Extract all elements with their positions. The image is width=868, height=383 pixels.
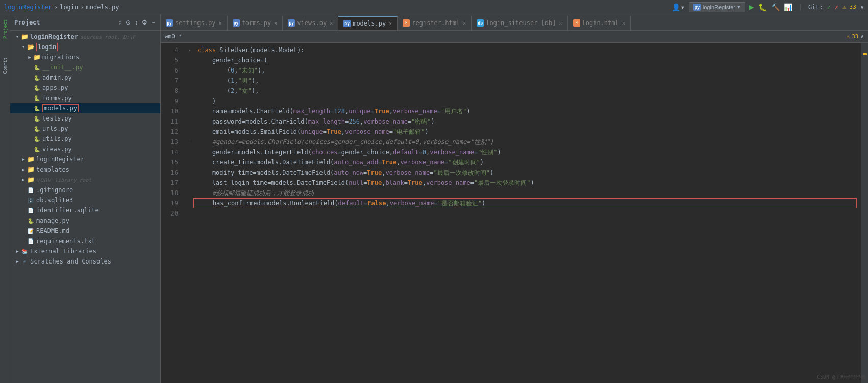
fold-empty-17 [186, 178, 193, 188]
git-x-icon[interactable]: ✗ [835, 4, 838, 11]
close-db-icon[interactable]: × [559, 20, 562, 26]
git-check-icon[interactable]: ✓ [827, 4, 831, 11]
tab-label-db: login_siteuser [db] [486, 19, 556, 27]
editor-scrollbar[interactable] [861, 43, 868, 383]
code-line-16: modify_time=models.DateTimeField(auto_no… [193, 167, 861, 178]
tab-label-forms: forms.py [242, 19, 271, 27]
build-button[interactable]: 🔨 [771, 3, 780, 11]
editor-wrapper: 4 5 6 7 8 9 10 11 12 13 14 15 16 17 18 1… [161, 43, 868, 383]
warning-bar: ⚠ 33 ∧ [847, 33, 864, 40]
close-forms-icon[interactable]: × [274, 20, 277, 26]
expand-icon: ∧ [860, 4, 864, 11]
tree-item-external-libs[interactable]: ▶ 📚 External Libraries [10, 246, 160, 256]
chevron-down-icon: ▾ [737, 4, 740, 10]
linenum-18: 18 [161, 188, 182, 198]
tab-login[interactable]: H login.html × [568, 16, 631, 30]
line-numbers: 4 5 6 7 8 9 10 11 12 13 14 15 16 17 18 1… [161, 43, 186, 383]
close-panel-button[interactable]: − [151, 18, 156, 27]
tree-item-loginregister-sub[interactable]: ▶ 📁 loginRegister [10, 154, 160, 164]
tree-item-models[interactable]: 🐍 models.py [10, 103, 160, 113]
tree-label-admin: admin.py [42, 74, 72, 81]
tree-item-urls[interactable]: 🐍 urls.py [10, 124, 160, 134]
tree-label-migrations: migrations [42, 54, 79, 61]
tree-item-root[interactable]: ▾ 📁 loginRegister sources root, D:\F [10, 32, 160, 42]
tab-label-models: models.py [353, 20, 386, 27]
tab-icon-settings: py [166, 19, 173, 27]
collapse-button[interactable]: ↨ [134, 18, 139, 27]
tab-icon-forms: py [233, 19, 240, 27]
tree-item-identifier[interactable]: 📄 identifier.sqlite [10, 205, 160, 216]
tree-label-root: loginRegister [30, 33, 78, 40]
code-line-13: #gender=models.CharField(choices=gender_… [193, 137, 861, 147]
tab-db[interactable]: db login_siteuser [db] × [472, 16, 567, 30]
settings-button[interactable]: ⚙ [141, 18, 148, 27]
tree-item-apps[interactable]: 🐍 apps.py [10, 83, 160, 93]
sync-button[interactable]: ↕ [117, 18, 122, 27]
breadcrumb-text: wm0 * [165, 33, 182, 40]
close-views-icon[interactable]: × [330, 20, 333, 26]
tree-item-utils[interactable]: 🐍 utils.py [10, 134, 160, 144]
txt-icon-requirements: 📄 [27, 237, 35, 245]
tree-arrow-venv: ▶ [20, 177, 27, 182]
tree-item-gitignore[interactable]: 📄 .gitignore [10, 185, 160, 195]
tab-label-views: views.py [297, 19, 327, 27]
tree-item-manage[interactable]: 🐍 manage.py [10, 216, 160, 226]
run-button[interactable]: ▶ [749, 2, 754, 12]
tree-item-dbsqlite[interactable]: 🗄️ db.sqlite3 [10, 195, 160, 205]
sidebar-icon-project[interactable]: Project [2, 16, 9, 42]
close-settings-icon[interactable]: × [218, 20, 221, 26]
folder-icon-venv: 📁 [27, 176, 35, 184]
fold-empty-15 [186, 157, 193, 167]
title-bar: loginRegister › login › models.py 👤▾ py … [0, 0, 868, 14]
tree-item-venv[interactable]: ▶ 📁 venv library root [10, 175, 160, 185]
config-name: loginRegister [703, 4, 735, 10]
tree-item-scratches[interactable]: ▶ ⚡ Scratches and Consoles [10, 256, 160, 267]
code-line-10: name=models.CharField(max_length=128,uni… [193, 106, 861, 116]
code-editor[interactable]: class SiteUser(models.Model): gender_cho… [193, 43, 861, 383]
tab-register[interactable]: H register.html × [398, 16, 472, 30]
title-project: loginRegister [4, 4, 52, 11]
locate-button[interactable]: ⊙ [125, 18, 132, 27]
project-panel: Project ↕ ⊙ ↨ ⚙ − ▾ 📁 loginRegister sour… [10, 14, 161, 383]
fold-marker-13[interactable]: − [186, 137, 193, 147]
linenum-20: 20 [161, 208, 182, 219]
tree-item-admin[interactable]: 🐍 admin.py [10, 73, 160, 83]
run-config-dropdown[interactable]: py loginRegister ▾ [689, 2, 745, 12]
tree-arrow-login: ▾ [20, 44, 27, 50]
tree-item-requirements[interactable]: 📄 requirements.txt [10, 236, 160, 246]
title-project-link[interactable]: loginRegister [4, 4, 52, 11]
tree-item-tests[interactable]: 🐍 tests.py [10, 113, 160, 124]
code-line-14: gender=models.IntegerField(choices=gende… [193, 147, 861, 157]
tree-item-templates[interactable]: ▶ 📁 templates [10, 164, 160, 175]
fold-marker-4[interactable]: ▾ [186, 45, 193, 55]
collapse-warnings-icon[interactable]: ∧ [860, 33, 864, 40]
tab-models[interactable]: py models.py × [338, 16, 398, 30]
code-line-6: (0,"未知"), [193, 65, 861, 76]
tree-item-views[interactable]: 🐍 views.py [10, 144, 160, 154]
source-root-tag: sources root, D:\F [80, 34, 135, 40]
coverage-button[interactable]: 📊 [784, 3, 792, 11]
close-models-icon[interactable]: × [389, 21, 392, 27]
tab-icon-db: db [477, 19, 484, 27]
tree-arrow-migrations: ▶ [27, 55, 33, 60]
tree-item-init[interactable]: 🐍 __init__.py [10, 62, 160, 73]
tree-item-forms[interactable]: 🐍 forms.py [10, 93, 160, 103]
tree-item-login[interactable]: ▾ 📂 login [10, 42, 160, 52]
tab-settings[interactable]: py settings.py × [161, 16, 228, 30]
project-header: Project ↕ ⊙ ↨ ⚙ − [10, 14, 160, 31]
tab-views[interactable]: py views.py × [283, 16, 338, 30]
file-icon-gitignore: 📄 [27, 186, 35, 194]
fold-empty-8 [186, 86, 193, 96]
tab-forms[interactable]: py forms.py × [228, 16, 283, 30]
profile-icon[interactable]: 👤▾ [672, 3, 684, 11]
close-login-icon[interactable]: × [622, 20, 625, 26]
close-register-icon[interactable]: × [463, 20, 466, 26]
py-icon-admin: 🐍 [33, 74, 41, 82]
sidebar-icon-commit[interactable]: Commit [2, 54, 9, 77]
tree-item-readme[interactable]: 📝 README.md [10, 226, 160, 236]
icon-ext-libs: 📚 [20, 247, 29, 255]
debug-button[interactable]: 🐛 [758, 3, 767, 11]
tree-item-migrations[interactable]: ▶ 📁 migrations [10, 52, 160, 62]
code-line-5: gender_choice=( [193, 55, 861, 65]
tree-label-init: __init__.py [42, 64, 83, 71]
